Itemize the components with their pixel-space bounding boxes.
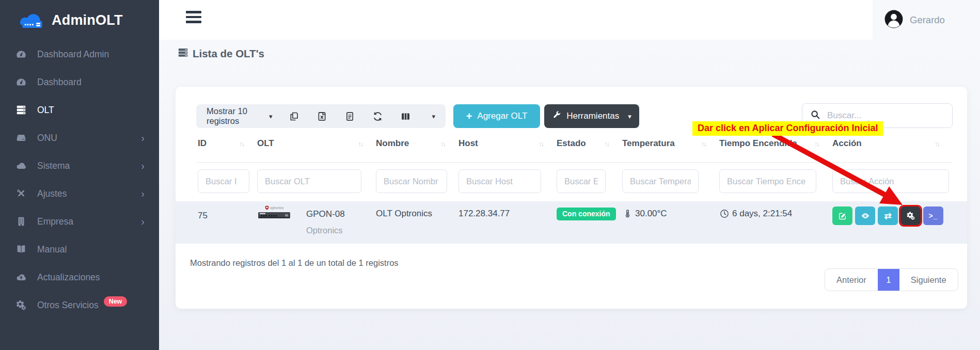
pagination-previous[interactable]: Anterior bbox=[825, 269, 878, 291]
olt-device-image bbox=[258, 212, 290, 219]
column-header-temperatura[interactable]: Temperatura↑↓ bbox=[622, 138, 719, 149]
table-toolbar: Mostrar 10 registros ▾ bbox=[196, 104, 446, 128]
page-title: Lista de OLT's bbox=[178, 47, 264, 60]
new-badge: New bbox=[104, 296, 128, 307]
server-icon bbox=[15, 104, 28, 116]
cell-temperatura: 30.00°C bbox=[622, 201, 719, 244]
filter-olt-input[interactable] bbox=[257, 169, 361, 193]
main-content: Lista de OLT's Mostrar 10 registros ▾ bbox=[159, 40, 980, 350]
pagination-page-1[interactable]: 1 bbox=[878, 269, 899, 291]
search-icon bbox=[810, 109, 821, 122]
sidebar-item-dashboard-admin[interactable]: Dashboard Admin bbox=[0, 40, 159, 68]
eye-icon bbox=[861, 211, 870, 220]
excel-export-icon[interactable] bbox=[317, 111, 327, 122]
filter-accion-input[interactable] bbox=[832, 169, 949, 193]
filter-nombre-input[interactable] bbox=[376, 169, 447, 193]
sidebar-item-label: Ajustes bbox=[37, 188, 67, 199]
page-length-select[interactable]: Mostrar 10 registros bbox=[207, 106, 265, 126]
filter-id-input[interactable] bbox=[198, 169, 249, 193]
cell-tiempo-encendida: 6 days, 2:21:54 bbox=[719, 201, 832, 244]
sort-icon: ↑↓ bbox=[604, 140, 609, 148]
filter-temperatura-input[interactable] bbox=[622, 169, 699, 193]
view-button[interactable] bbox=[855, 206, 875, 225]
sort-icon: ↑↓ bbox=[539, 140, 543, 148]
refresh-icon[interactable] bbox=[372, 111, 383, 122]
table-filter-row bbox=[198, 169, 953, 193]
clock-icon bbox=[719, 209, 730, 219]
transfer-button[interactable]: ⇄ bbox=[878, 206, 898, 225]
column-visibility-icon[interactable] bbox=[400, 111, 411, 122]
plus-icon: + bbox=[466, 110, 472, 122]
cell-host: 172.28.34.77 bbox=[459, 201, 557, 244]
search-input[interactable] bbox=[827, 110, 930, 121]
cell-olt: optronics GPON-08 Optronics bbox=[257, 201, 376, 244]
book-icon bbox=[15, 244, 28, 255]
sidebar: AdminOLT Dashboard Admin Dashboard OLT bbox=[0, 0, 159, 350]
terminal-icon: >_ bbox=[929, 212, 938, 220]
topbar: Gerardo bbox=[159, 0, 980, 40]
sidebar-item-onu[interactable]: ONU › bbox=[0, 124, 159, 152]
column-header-estado[interactable]: Estado↑↓ bbox=[557, 138, 622, 149]
sort-icon: ↑↓ bbox=[935, 140, 939, 148]
column-header-olt[interactable]: OLT↑↓ bbox=[257, 138, 376, 149]
olt-device-thumbnail: optronics bbox=[258, 205, 290, 222]
table-row: 75 optronics bbox=[176, 201, 967, 244]
hdd-icon bbox=[15, 132, 28, 144]
sort-icon: ↑↓ bbox=[814, 140, 819, 148]
apply-initial-config-button[interactable] bbox=[900, 206, 921, 225]
olt-brand: Optronics bbox=[306, 226, 343, 235]
sidebar-item-otros-servicios[interactable]: Otros Servicios New bbox=[0, 291, 159, 319]
column-header-accion[interactable]: Acción↑↓ bbox=[832, 138, 953, 149]
sidebar-item-label: ONU bbox=[37, 133, 57, 144]
column-header-nombre[interactable]: Nombre↑↓ bbox=[376, 138, 459, 149]
terminal-button[interactable]: >_ bbox=[923, 206, 943, 225]
sidebar-item-label: OLT bbox=[37, 105, 54, 116]
copy-icon[interactable] bbox=[289, 111, 299, 122]
table-info: Mostrando registros del 1 al 1 de un tot… bbox=[190, 258, 399, 268]
file-export-icon[interactable] bbox=[344, 111, 355, 122]
user-menu[interactable]: Gerardo bbox=[873, 0, 980, 40]
brand-name: AdminOLT bbox=[52, 12, 123, 28]
tools-dropdown-button[interactable]: Herramientas ▾ bbox=[544, 104, 639, 128]
gauge-icon bbox=[15, 49, 28, 60]
edit-icon bbox=[838, 212, 847, 220]
pagination-next[interactable]: Siguiente bbox=[899, 269, 958, 291]
brand-logo-icon bbox=[15, 8, 46, 32]
server-icon bbox=[178, 47, 188, 60]
sort-icon: ↑↓ bbox=[440, 140, 445, 148]
sidebar-item-actualizaciones[interactable]: Actualizaciones bbox=[0, 263, 159, 291]
pagination: Anterior 1 Siguiente bbox=[825, 268, 958, 291]
sidebar-item-dashboard[interactable]: Dashboard bbox=[0, 68, 159, 96]
filter-host-input[interactable] bbox=[459, 169, 541, 193]
hamburger-menu-icon[interactable] bbox=[186, 11, 202, 26]
column-header-id[interactable]: ID↑↓ bbox=[198, 138, 257, 149]
brand[interactable]: AdminOLT bbox=[0, 0, 159, 34]
sidebar-item-sistema[interactable]: Sistema › bbox=[0, 152, 159, 180]
caret-down-icon: ▾ bbox=[628, 113, 631, 120]
sort-icon: ↑↓ bbox=[701, 140, 706, 148]
transfer-arrows-icon: ⇄ bbox=[884, 211, 891, 221]
thermometer-icon bbox=[622, 209, 633, 219]
add-olt-button[interactable]: + Agregar OLT bbox=[453, 104, 540, 128]
gears-icon bbox=[906, 211, 915, 220]
column-header-host[interactable]: Host↑↓ bbox=[459, 138, 557, 149]
table-header-row: ID↑↓ OLT↑↓ Nombre↑↓ Host↑↓ Estado↑↓ Temp… bbox=[198, 138, 953, 149]
sidebar-nav: Dashboard Admin Dashboard OLT ONU › bbox=[0, 40, 159, 319]
building-icon bbox=[15, 216, 28, 227]
column-header-tiempo-encendida[interactable]: Tiempo Encendida↑↓ bbox=[719, 138, 832, 149]
filter-estado-input[interactable] bbox=[557, 169, 606, 193]
sidebar-item-olt[interactable]: OLT bbox=[0, 96, 159, 124]
filter-tiempo-input[interactable] bbox=[719, 169, 816, 193]
sidebar-item-ajustes[interactable]: Ajustes › bbox=[0, 180, 159, 208]
cell-accion: ⇄ >_ bbox=[832, 201, 953, 244]
header-divider bbox=[196, 162, 953, 163]
wrench-icon bbox=[552, 110, 561, 122]
edit-button[interactable] bbox=[832, 206, 852, 225]
sidebar-item-manual[interactable]: Manual bbox=[0, 235, 159, 263]
sidebar-item-empresa[interactable]: Empresa › bbox=[0, 208, 159, 235]
annotation-callout: Dar click en Aplicar Configuración Inici… bbox=[692, 121, 883, 136]
caret-down-icon[interactable]: ▾ bbox=[432, 113, 435, 120]
status-badge: Con conexión bbox=[557, 208, 616, 220]
olt-model: GPON-08 bbox=[306, 209, 345, 219]
chevron-right-icon: › bbox=[141, 216, 145, 227]
